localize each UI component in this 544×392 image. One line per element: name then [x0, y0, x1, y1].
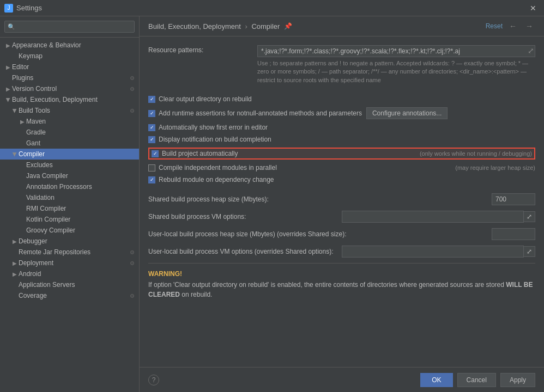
- page-header: Build, Execution, Deployment › Compiler …: [140, 16, 544, 36]
- sidebar-item-label: Compiler: [19, 150, 45, 158]
- sidebar-item-build-execution[interactable]: ▶ Build, Execution, Deployment: [0, 94, 139, 105]
- sidebar-item-plugins[interactable]: Plugins ⚙: [0, 72, 139, 83]
- sidebar-item-label: RMI Compiler: [26, 205, 66, 212]
- check-display-notification[interactable]: [148, 136, 155, 143]
- expand-arrow: [11, 249, 19, 255]
- bottom-bar: ? OK Cancel Apply: [140, 367, 544, 392]
- sidebar-item-java-compiler[interactable]: Java Compiler: [0, 170, 139, 181]
- label-build-automatically: Build project automatically: [162, 150, 238, 157]
- sidebar-item-label: Kotlin Compiler: [26, 216, 70, 223]
- resource-patterns-input[interactable]: [257, 45, 535, 57]
- gear-icon: ⚙: [130, 108, 135, 114]
- ok-button[interactable]: OK: [420, 373, 452, 387]
- sidebar-item-excludes[interactable]: Excludes: [0, 160, 139, 170]
- sidebar-item-editor[interactable]: ▶ Editor: [0, 62, 139, 72]
- sidebar-item-android[interactable]: ▶ Android: [0, 268, 139, 279]
- sidebar-item-appearance[interactable]: ▶ Appearance & Behavior: [0, 40, 139, 51]
- expand-arrow: ▶: [4, 64, 12, 70]
- sidebar-item-groovy-compiler[interactable]: Groovy Compiler: [0, 225, 139, 236]
- expand-arrow: ▶: [11, 271, 19, 277]
- expand-arrow: [19, 195, 26, 201]
- search-input[interactable]: [4, 21, 135, 33]
- check-compile-parallel[interactable]: [148, 164, 155, 171]
- sidebar-item-deployment[interactable]: ▶ Deployment ⚙: [0, 258, 139, 268]
- vm-options-label: Shared build process VM options:: [148, 213, 342, 220]
- sidebar-item-label: Maven: [26, 118, 46, 125]
- sidebar-item-validation[interactable]: Validation: [0, 192, 139, 203]
- expand-arrow: ▶: [12, 107, 18, 114]
- back-button[interactable]: ←: [507, 22, 519, 30]
- vm-options-input[interactable]: [342, 211, 524, 223]
- local-vm-label: User-local build process VM options (ove…: [148, 248, 342, 255]
- sidebar-item-build-tools[interactable]: ▶ Build Tools ⚙: [0, 105, 139, 116]
- sidebar-item-gant[interactable]: Gant: [0, 138, 139, 149]
- help-button[interactable]: ?: [148, 375, 159, 385]
- gear-icon: ⚙: [130, 86, 135, 92]
- sidebar-item-rmi-compiler[interactable]: RMI Compiler: [0, 203, 139, 214]
- pin-icon: 📌: [284, 22, 292, 30]
- nav-tree: ▶ Appearance & Behavior Keymap ▶ Editor …: [0, 38, 139, 392]
- check-build-automatically[interactable]: [152, 150, 159, 157]
- reset-button[interactable]: Reset: [486, 22, 503, 30]
- breadcrumb-part1: Build, Execution, Deployment: [148, 22, 241, 30]
- checkbox-auto-show-error: Automatically show first error in editor: [148, 124, 535, 131]
- sidebar: 🔍 ▶ Appearance & Behavior Keymap ▶ Edito…: [0, 16, 140, 392]
- checkbox-build-automatically: Build project automatically (only works …: [148, 148, 535, 160]
- sidebar-item-label: Application Servers: [19, 281, 75, 289]
- sidebar-item-label: Java Compiler: [26, 172, 68, 180]
- sidebar-item-maven[interactable]: ▶ Maven: [0, 116, 139, 127]
- apply-button[interactable]: Apply: [500, 373, 535, 387]
- local-vm-expand-button[interactable]: ⤢: [524, 246, 535, 257]
- expand-arrow: [19, 140, 26, 146]
- hint-compile-parallel: (may require larger heap size): [444, 164, 535, 171]
- warning-section: WARNING! If option 'Clear output directo…: [148, 263, 535, 306]
- sidebar-item-keymap[interactable]: Keymap: [0, 51, 139, 62]
- expand-arrow: [19, 228, 26, 234]
- sidebar-item-label: Plugins: [12, 74, 33, 82]
- action-buttons: OK Cancel Apply: [420, 373, 535, 387]
- breadcrumb-part2: Compiler: [251, 22, 280, 30]
- forward-button[interactable]: →: [523, 22, 535, 30]
- sidebar-item-gradle[interactable]: Gradle: [0, 127, 139, 138]
- check-add-runtime[interactable]: [148, 110, 155, 117]
- configure-annotations-button[interactable]: Configure annotations...: [366, 107, 448, 119]
- local-heap-input[interactable]: [492, 228, 535, 240]
- expand-arrow: ▶: [5, 96, 11, 103]
- gear-icon: ⚙: [130, 260, 135, 266]
- sidebar-item-application-servers[interactable]: Application Servers: [0, 279, 139, 290]
- label-compile-parallel: Compile independent modules in parallel: [159, 164, 277, 171]
- vm-options-expand-button[interactable]: ⤢: [524, 211, 535, 222]
- heap-size-input[interactable]: [492, 193, 535, 205]
- local-vm-input[interactable]: [342, 246, 524, 258]
- sidebar-item-label: Build Tools: [19, 107, 50, 114]
- resource-hint-text: Use ; to separate patterns and ! to nega…: [257, 59, 535, 84]
- settings-window: J Settings ✕ 🔍 ▶ Appearance & Behavior K…: [0, 0, 544, 392]
- heap-size-label: Shared build process heap size (Mbytes):: [148, 195, 492, 203]
- check-rebuild-dependency[interactable]: [148, 176, 155, 183]
- cancel-button[interactable]: Cancel: [457, 373, 496, 387]
- close-button[interactable]: ✕: [527, 3, 540, 14]
- check-clear-output[interactable]: [148, 96, 155, 103]
- sidebar-item-annotation-processors[interactable]: Annotation Processors: [0, 181, 139, 192]
- check-auto-show-error[interactable]: [148, 124, 155, 131]
- checkbox-rebuild-dependency: Rebuild module on dependency change: [148, 176, 535, 183]
- sidebar-item-label: Android: [19, 270, 41, 278]
- sidebar-item-label: Annotation Processors: [26, 183, 92, 191]
- label-rebuild-dependency: Rebuild module on dependency change: [159, 176, 274, 183]
- resource-patterns-value: ⤢ Use ; to separate patterns and ! to ne…: [257, 45, 535, 84]
- sidebar-item-label: Gradle: [26, 128, 46, 136]
- sidebar-item-debugger[interactable]: ▶ Debugger: [0, 236, 139, 247]
- sidebar-item-kotlin-compiler[interactable]: Kotlin Compiler: [0, 214, 139, 225]
- sidebar-item-remote-jar[interactable]: Remote Jar Repositories ⚙: [0, 247, 139, 258]
- expand-icon[interactable]: ⤢: [528, 46, 534, 55]
- sidebar-item-label: Appearance & Behavior: [12, 41, 81, 49]
- expand-arrow: [4, 75, 12, 81]
- label-clear-output: Clear output directory on rebuild: [159, 95, 252, 103]
- sidebar-item-compiler[interactable]: ▶ Compiler: [0, 149, 139, 160]
- expand-arrow: [19, 162, 26, 168]
- main-panel: Build, Execution, Deployment › Compiler …: [140, 16, 544, 392]
- sidebar-item-coverage[interactable]: Coverage ⚙: [0, 290, 139, 301]
- expand-arrow: ▶: [19, 119, 26, 125]
- local-heap-label: User-local build process heap size (Mbyt…: [148, 230, 492, 238]
- sidebar-item-version-control[interactable]: ▶ Version Control ⚙: [0, 83, 139, 94]
